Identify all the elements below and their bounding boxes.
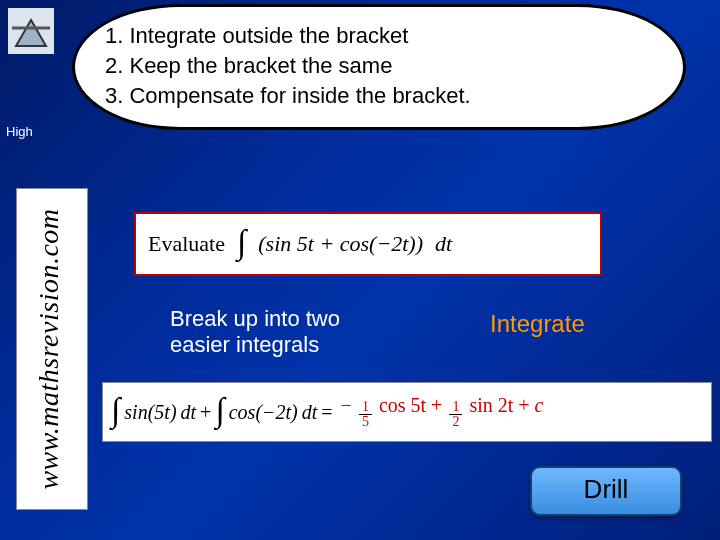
equals: =	[321, 401, 332, 424]
int1-dt: dt	[181, 401, 197, 424]
drill-button[interactable]: Drill	[530, 466, 682, 516]
term1-tail: cos 5t	[379, 394, 426, 416]
term2-sign: +	[431, 394, 442, 416]
term2-tail: sin 2t	[469, 394, 513, 416]
hint-integrate: Integrate	[490, 310, 585, 338]
hint-break-up: Break up into two easier integrals	[170, 306, 340, 359]
evaluate-label: Evaluate	[148, 231, 225, 257]
result-lhs: ∫ sin(5t) dt + ∫ cos(−2t) dt =	[111, 393, 333, 431]
corner-text-high: High	[6, 124, 33, 139]
triangle-logo	[8, 8, 54, 58]
term2-frac: 1 2	[449, 400, 462, 429]
int2-f: cos(−2t)	[229, 401, 298, 424]
lhs-plus: +	[200, 401, 211, 424]
side-url: www.mathsrevision.com	[16, 188, 88, 510]
const-sign: +	[518, 394, 529, 416]
int1-f: sin(5t)	[124, 401, 176, 424]
term2-frac-d: 2	[449, 415, 462, 429]
int1-symbol: ∫	[111, 391, 120, 429]
term1-frac-d: 5	[359, 415, 372, 429]
step-3: 3. Compensate for inside the bracket.	[105, 83, 653, 109]
step-1: 1. Integrate outside the bracket	[105, 23, 653, 49]
result-box: ∫ sin(5t) dt + ∫ cos(−2t) dt = − 1 5 cos…	[102, 382, 712, 442]
step-2: 2. Keep the bracket the same	[105, 53, 653, 79]
hint-break-up-line2: easier integrals	[170, 332, 340, 358]
triangle-icon	[8, 8, 54, 54]
term1-sign: −	[341, 394, 352, 416]
term2-frac-n: 1	[449, 400, 462, 415]
hint-break-up-line1: Break up into two	[170, 306, 340, 332]
evaluate-expr: (sin 5t + cos(−2t))	[258, 231, 423, 257]
steps-callout: 1. Integrate outside the bracket 2. Keep…	[72, 4, 686, 130]
int2-dt: dt	[302, 401, 318, 424]
evaluate-dt: dt	[435, 231, 452, 257]
const-c: c	[535, 394, 544, 416]
result-rhs: − 1 5 cos 5t + 1 2 sin 2t + c	[341, 394, 544, 430]
term1-frac: 1 5	[359, 400, 372, 429]
evaluate-box: Evaluate ∫ (sin 5t + cos(−2t)) dt	[134, 212, 602, 276]
int2-symbol: ∫	[215, 391, 224, 429]
integral-symbol: ∫	[237, 223, 246, 261]
term1-frac-n: 1	[359, 400, 372, 415]
